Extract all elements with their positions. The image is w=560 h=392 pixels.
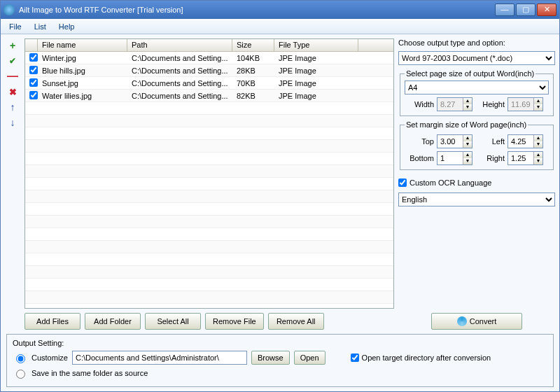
left-label: Left — [475, 137, 505, 146]
row-checkbox[interactable] — [29, 91, 38, 99]
move-down-icon[interactable]: ↓ — [7, 117, 18, 128]
table-row[interactable]: Water lilies.jpgC:\Documents and Setting… — [25, 90, 393, 102]
table-row[interactable]: Sunset.jpgC:\Documents and Setting...70K… — [25, 77, 393, 90]
maximize-button[interactable]: ▢ — [516, 4, 536, 16]
page-size-group: Select page size of output Word(inch) A4… — [400, 69, 554, 116]
app-icon — [4, 4, 15, 15]
col-header-path[interactable]: Path — [127, 39, 232, 51]
table-row-empty — [25, 216, 393, 228]
table-row-empty — [25, 266, 393, 279]
side-toolbar: + ✔ — ✖ ↑ ↓ — [5, 38, 20, 309]
cell-path: C:\Documents and Setting... — [127, 66, 232, 76]
cell-size: 28KB — [232, 66, 274, 76]
table-row-empty — [25, 153, 393, 165]
cell-path: C:\Documents and Setting... — [127, 91, 232, 101]
table-row-empty — [25, 291, 393, 304]
height-label: Height — [475, 100, 505, 108]
cell-path: C:\Documents and Setting... — [127, 53, 232, 63]
col-header-size[interactable]: Size — [232, 39, 274, 51]
cell-type: JPE Image — [274, 66, 358, 76]
table-row-empty — [25, 279, 393, 291]
file-list: File name Path Size File Type Winter.jpg… — [24, 38, 394, 309]
ocr-language-select[interactable]: English — [398, 192, 555, 206]
cell-name: Water lilies.jpg — [38, 91, 127, 101]
table-row-empty — [25, 165, 393, 178]
top-label: Top — [405, 137, 434, 146]
browse-button[interactable]: Browse — [251, 351, 290, 365]
delete-icon[interactable]: ✖ — [7, 86, 18, 97]
open-button[interactable]: Open — [294, 351, 326, 365]
remove-file-button[interactable]: Remove File — [205, 313, 264, 330]
remove-all-button[interactable]: Remove All — [268, 313, 324, 330]
right-label: Right — [475, 154, 505, 162]
customize-radio[interactable] — [16, 354, 25, 363]
menubar: File List Help — [1, 19, 559, 34]
cell-type: JPE Image — [274, 53, 358, 63]
ocr-checkbox[interactable] — [398, 178, 407, 187]
check-all-icon[interactable]: ✔ — [7, 55, 18, 66]
left-stepper[interactable]: ▲▼ — [507, 134, 543, 148]
minimize-button[interactable]: — — [495, 4, 514, 16]
margin-group: Set margin size of Word page(inch) Top ▲… — [400, 120, 554, 170]
output-path-input[interactable] — [72, 351, 247, 365]
menu-help[interactable]: Help — [53, 21, 80, 32]
row-checkbox[interactable] — [29, 66, 38, 74]
menu-file[interactable]: File — [4, 21, 27, 32]
cell-path: C:\Documents and Setting... — [127, 78, 232, 88]
table-row-empty — [25, 140, 393, 153]
table-row-empty — [25, 228, 393, 241]
col-header-type[interactable]: File Type — [274, 39, 358, 51]
add-files-button[interactable]: Add Files — [24, 313, 80, 330]
table-row-empty — [25, 203, 393, 216]
page-size-legend: Select page size of output Word(inch) — [405, 69, 536, 78]
right-stepper[interactable]: ▲▼ — [507, 151, 543, 165]
titlebar: Ailt Image to Word RTF Converter [Trial … — [1, 1, 559, 19]
menu-list[interactable]: List — [29, 21, 52, 32]
width-label: Width — [405, 100, 434, 108]
remove-icon[interactable]: — — [7, 71, 18, 82]
convert-icon — [457, 316, 467, 326]
cell-type: JPE Image — [274, 78, 358, 88]
table-row-empty — [25, 241, 393, 253]
cell-name: Sunset.jpg — [38, 78, 127, 88]
window-title: Ailt Image to Word RTF Converter [Trial … — [19, 6, 495, 14]
close-button[interactable]: ✕ — [537, 4, 556, 16]
cell-type: JPE Image — [274, 91, 358, 101]
table-row-empty — [25, 127, 393, 140]
table-row-empty — [25, 253, 393, 266]
select-all-button[interactable]: Select All — [145, 313, 201, 330]
open-after-checkbox[interactable] — [351, 354, 359, 362]
bottom-stepper[interactable]: ▲▼ — [437, 151, 472, 165]
options-panel: Choose output type and option: Word 97-2… — [398, 38, 555, 309]
open-after-label: Open target directory after conversion — [362, 354, 491, 362]
cell-size: 70KB — [232, 78, 274, 88]
output-setting-group: Output Setting: Customize Browse Open Op… — [6, 334, 554, 387]
save-same-radio[interactable] — [16, 370, 25, 379]
col-header-name[interactable]: File name — [38, 39, 127, 51]
table-row-empty — [25, 178, 393, 190]
cell-size: 104KB — [232, 53, 274, 63]
add-icon[interactable]: + — [7, 40, 18, 51]
table-row[interactable]: Winter.jpgC:\Documents and Setting...104… — [25, 52, 393, 64]
table-row-empty — [25, 102, 393, 115]
choose-output-label: Choose output type and option: — [398, 38, 555, 47]
top-stepper[interactable]: ▲▼ — [437, 134, 472, 148]
page-size-preset-select[interactable]: A4 — [405, 80, 549, 94]
convert-button[interactable]: Convert — [431, 313, 522, 330]
bottom-label: Bottom — [405, 154, 434, 162]
move-up-icon[interactable]: ↑ — [7, 102, 18, 113]
add-folder-button[interactable]: Add Folder — [85, 313, 141, 330]
margin-legend: Set margin size of Word page(inch) — [405, 120, 528, 129]
table-row-empty — [25, 190, 393, 203]
table-row-empty — [25, 115, 393, 127]
height-stepper[interactable]: ▲▼ — [507, 97, 543, 111]
save-same-label: Save in the same folder as source — [31, 369, 148, 377]
row-checkbox[interactable] — [29, 78, 38, 87]
cell-name: Winter.jpg — [38, 53, 127, 63]
cell-size: 82KB — [232, 91, 274, 101]
ocr-label: Custom OCR Language — [410, 178, 491, 187]
row-checkbox[interactable] — [29, 53, 38, 62]
width-stepper[interactable]: ▲▼ — [437, 97, 472, 111]
output-type-select[interactable]: Word 97-2003 Document (*.doc) — [398, 51, 555, 65]
table-row[interactable]: Blue hills.jpgC:\Documents and Setting..… — [25, 64, 393, 77]
